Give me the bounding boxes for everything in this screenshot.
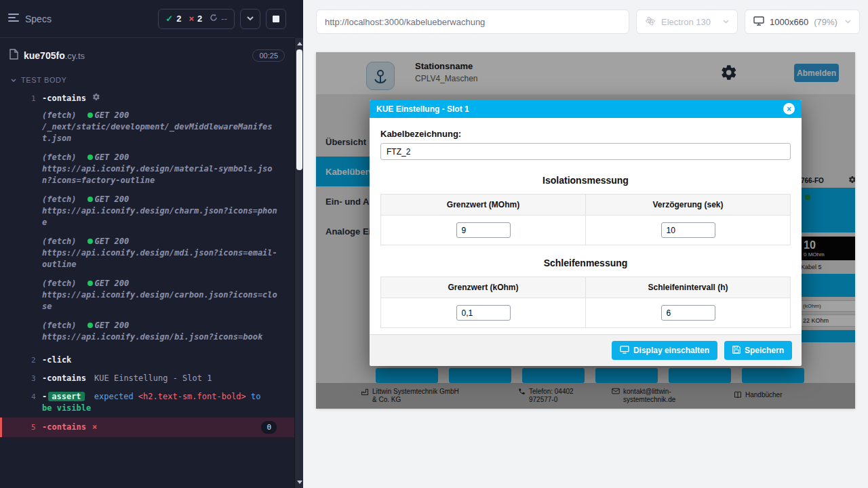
cross-icon: × <box>189 14 195 24</box>
success-dot-icon <box>87 239 93 244</box>
chevron-down-icon <box>723 20 729 24</box>
loop-table: Grenzwert (kOhm) Schleifenintervall (h) <box>380 277 791 328</box>
success-dot-icon <box>87 323 93 328</box>
spec-file-icon <box>9 49 18 62</box>
close-icon[interactable]: × <box>783 103 795 115</box>
cable-name-label: Kabelbezeichnung: <box>380 129 791 139</box>
modal-title: KUE Einstellung - Slot 1 <box>376 104 469 114</box>
runner-topbar: Specs ✓ 2 × 2 -- <box>0 0 294 38</box>
test-stats: ✓ 2 × 2 -- <box>158 9 235 29</box>
chevron-down-icon <box>11 76 16 84</box>
spec-name: kue705fo.cy.ts <box>24 50 85 61</box>
scroll-up-arrow[interactable] <box>295 39 303 48</box>
fetch-log-entry[interactable]: (fetch) GET 200 https://api.iconify.desi… <box>42 195 278 228</box>
refresh-icon <box>210 14 218 24</box>
stat-failed: × 2 <box>189 14 203 24</box>
stat-pending: -- <box>210 14 227 24</box>
scrollbar-thumb[interactable] <box>296 49 302 170</box>
browser-toolbar: Electron 130 1000x660 (79%) <box>303 0 868 43</box>
browser-selector[interactable]: Electron 130 <box>636 9 738 34</box>
kue-settings-modal: KUE Einstellung - Slot 1 × Kabelbezeichn… <box>370 100 802 366</box>
table-row <box>381 298 791 328</box>
loop-interval-input[interactable] <box>661 305 715 321</box>
monitor-icon <box>753 16 764 28</box>
fetch-log-entry[interactable]: (fetch) GET 200 https://api.iconify.desi… <box>42 321 278 343</box>
iso-delay-input[interactable] <box>661 222 715 238</box>
fetch-log-entry[interactable]: (fetch) GET 200 https://api.iconify.desi… <box>42 237 278 270</box>
url-bar[interactable] <box>316 9 629 34</box>
test-body-toggle[interactable]: TEST BODY <box>0 68 294 89</box>
url-input[interactable] <box>325 17 620 27</box>
stop-icon <box>273 16 279 22</box>
stat-passed: ✓ 2 <box>165 14 181 24</box>
chevron-down-icon <box>845 20 851 24</box>
command-row-contains-1[interactable]: 1 -contains <box>0 89 294 108</box>
stop-run-button[interactable] <box>266 9 286 29</box>
specs-menu-button[interactable]: Specs <box>8 13 52 24</box>
viewport-selector[interactable]: 1000x660 (79%) <box>745 9 860 34</box>
command-row-contains-3[interactable]: 3 -contains KUE Einstellung - Slot 1 <box>0 369 294 388</box>
spec-timer: 00:25 <box>252 49 285 62</box>
fail-x-icon: × <box>92 422 97 433</box>
cypress-runner-panel: Specs ✓ 2 × 2 -- <box>0 0 303 488</box>
display-on-button[interactable]: Display einschalten <box>612 341 717 360</box>
collapse-tests-button[interactable] <box>240 9 260 29</box>
success-dot-icon <box>87 155 93 160</box>
check-icon: ✓ <box>165 14 173 24</box>
command-row-contains-failed[interactable]: 5 -contains × 0 <box>0 418 294 437</box>
column-header: Schleifenintervall (h) <box>586 277 791 298</box>
aut-panel: Electron 130 1000x660 (79%) Stationsname <box>303 0 868 488</box>
fetch-log-entry[interactable]: (fetch) GET 200 /_next/static/developmen… <box>42 110 278 144</box>
success-dot-icon <box>87 281 93 286</box>
assert-selector: <h2.text-sm.font-bold> <box>138 392 246 401</box>
success-dot-icon <box>87 197 93 202</box>
retry-count-badge: 0 <box>261 421 277 434</box>
specs-list-icon <box>8 13 19 24</box>
gear-icon <box>92 93 100 101</box>
isolation-section-title: Isolationsmessung <box>380 175 791 186</box>
iso-limit-input[interactable] <box>456 222 511 238</box>
cable-name-input[interactable] <box>380 143 791 160</box>
specs-label: Specs <box>25 14 52 24</box>
isolation-table: Grenzwert (MOhm) Verzögerung (sek) <box>380 194 791 245</box>
column-header: Grenzwert (MOhm) <box>381 195 586 216</box>
display-icon <box>620 346 629 356</box>
modal-footer: Display einschalten Speichern <box>370 334 802 366</box>
loop-section-title: Schleifenmessung <box>380 258 791 268</box>
column-header: Grenzwert (kOhm) <box>381 277 586 298</box>
fetch-log-entry[interactable]: (fetch) GET 200 https://api.iconify.desi… <box>42 152 278 186</box>
runner-scrollbar[interactable] <box>294 38 303 488</box>
save-button[interactable]: Speichern <box>724 341 792 360</box>
command-row-click[interactable]: 2 -click <box>0 351 294 369</box>
table-row <box>381 216 791 245</box>
column-header: Verzögerung (sek) <box>586 195 791 216</box>
command-log: 1 -contains (fetch) GET 200 /_next/stati… <box>0 89 294 437</box>
command-row-assert[interactable]: 4 -assert expected <h2.text-sm.font-bold… <box>0 388 294 418</box>
success-dot-icon <box>87 113 93 118</box>
app-under-test: Stationsname CPLV4_Maschen Abmelden Über… <box>316 52 855 409</box>
electron-icon <box>645 16 656 28</box>
assert-badge: assert <box>48 392 84 401</box>
scroll-down-arrow[interactable] <box>295 478 303 487</box>
modal-header: KUE Einstellung - Slot 1 × <box>370 100 802 118</box>
fetch-log-entry[interactable]: (fetch) GET 200 https://api.iconify.desi… <box>42 279 278 312</box>
save-floppy-icon <box>732 346 741 356</box>
modal-body: Kabelbezeichnung: Isolationsmessung Gren… <box>370 118 802 334</box>
spec-header[interactable]: kue705fo.cy.ts 00:25 <box>0 38 294 68</box>
loop-limit-input[interactable] <box>456 305 511 321</box>
